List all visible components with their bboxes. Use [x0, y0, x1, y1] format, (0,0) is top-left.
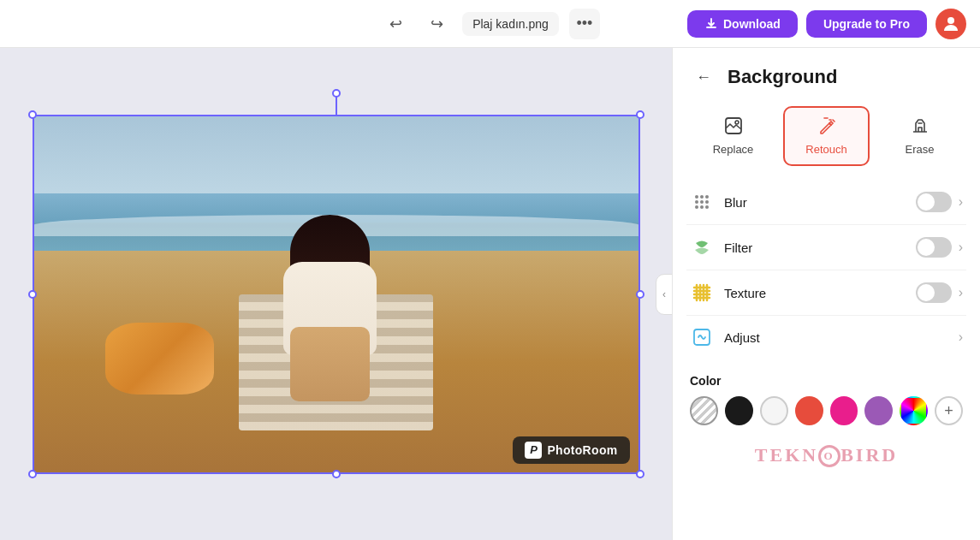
more-button[interactable]: ••• [569, 9, 600, 39]
main-content: P PhotoRoom ‹ ← Background [0, 48, 980, 540]
adjust-chevron: › [959, 329, 963, 345]
svg-point-6 [700, 195, 704, 199]
handle-br[interactable] [636, 470, 644, 478]
right-panel: ← Background Replace [672, 48, 980, 540]
panel-tabs: Replace Retouch [673, 99, 980, 176]
swatch-pink[interactable] [830, 396, 858, 425]
handle-top-center[interactable] [332, 89, 341, 98]
texture-chevron: › [959, 285, 963, 300]
adjust-label: Adjust [724, 330, 760, 345]
panel-back-button[interactable]: ← [690, 63, 717, 91]
texture-option-left: Texture [690, 283, 766, 302]
header: ↩ ↪ Plaj kadın.png ••• Download Upgrade … [0, 0, 980, 48]
color-section-label: Color [690, 374, 963, 388]
handle-tl[interactable] [28, 110, 37, 119]
erase-tab-label: Erase [906, 143, 935, 156]
svg-point-13 [705, 205, 709, 209]
redo-button[interactable]: ↪ [421, 9, 452, 39]
svg-point-9 [700, 200, 704, 204]
svg-point-7 [705, 195, 709, 199]
blur-chevron: › [959, 194, 963, 210]
texture-icon [690, 283, 714, 302]
svg-point-12 [700, 205, 704, 209]
filter-option-right: › [916, 237, 963, 258]
blur-option-right: › [916, 192, 963, 212]
texture-label: Texture [724, 286, 766, 300]
person-layer [263, 215, 396, 401]
add-color-button[interactable]: + [935, 396, 963, 425]
image-container[interactable]: P PhotoRoom [33, 115, 640, 474]
handle-mr[interactable] [636, 290, 644, 299]
svg-point-10 [705, 200, 709, 204]
filename-label: Plaj kadın.png [462, 12, 559, 36]
swatch-white[interactable] [760, 396, 788, 425]
avatar-icon [941, 14, 961, 34]
svg-point-5 [695, 195, 698, 199]
panel-title: Background [728, 66, 837, 88]
canvas-image: P PhotoRoom [33, 115, 640, 474]
photoroom-watermark: P PhotoRoom [513, 436, 629, 464]
swatch-black[interactable] [725, 396, 753, 425]
handle-ml[interactable] [28, 290, 37, 299]
bag-layer [105, 323, 215, 395]
download-icon [704, 17, 718, 31]
adjust-icon [690, 328, 714, 347]
texture-option-row[interactable]: Texture › [686, 270, 966, 316]
erase-tab-icon [911, 116, 930, 139]
download-button[interactable]: Download [687, 10, 798, 38]
svg-point-0 [947, 17, 954, 24]
photoroom-logo-icon: P [525, 442, 542, 459]
blur-option-left: Blur [690, 193, 747, 211]
adjust-option-right: › [959, 329, 963, 345]
texture-option-right: › [916, 282, 963, 303]
replace-tab-icon [724, 116, 743, 139]
blur-label: Blur [724, 195, 747, 210]
handle-bl[interactable] [28, 470, 37, 478]
canvas-area: P PhotoRoom ‹ [0, 48, 672, 540]
filter-option-row[interactable]: Filter › [686, 225, 966, 270]
blur-icon [690, 193, 714, 211]
color-swatches: + [690, 396, 963, 425]
handle-bc[interactable] [332, 470, 341, 478]
tab-retouch[interactable]: Retouch [783, 106, 870, 166]
swatch-purple[interactable] [864, 396, 893, 425]
header-actions: Download Upgrade to Pro [687, 9, 966, 39]
options-list: Blur › Filter [673, 176, 980, 362]
blur-toggle[interactable] [916, 192, 952, 212]
header-center: ↩ ↪ Plaj kadın.png ••• [380, 9, 600, 39]
retouch-tab-icon [817, 116, 836, 139]
upgrade-button[interactable]: Upgrade to Pro [806, 10, 927, 38]
brand-watermark: TEKNOBIRD [673, 437, 980, 482]
swatch-red[interactable] [795, 396, 823, 425]
adjust-option-row[interactable]: Adjust › [686, 316, 966, 359]
tab-replace[interactable]: Replace [690, 106, 776, 166]
svg-point-11 [695, 205, 698, 209]
handle-tr[interactable] [636, 110, 644, 119]
brand-o-circle: O [818, 445, 840, 467]
panel-collapse-button[interactable]: ‹ [656, 274, 672, 315]
adjust-option-left: Adjust [690, 328, 760, 347]
tab-erase[interactable]: Erase [876, 106, 963, 166]
svg-point-8 [695, 200, 698, 204]
filter-icon [690, 238, 714, 257]
filter-label: Filter [724, 240, 752, 255]
color-section: Color + [673, 362, 980, 437]
panel-header: ← Background [673, 48, 980, 99]
avatar [935, 9, 966, 39]
texture-toggle[interactable] [916, 282, 952, 303]
blur-option-row[interactable]: Blur › [686, 180, 966, 225]
brand-text: TEKNOBIRD [755, 444, 898, 468]
undo-button[interactable]: ↩ [380, 9, 411, 39]
filter-chevron: › [959, 240, 963, 255]
filter-option-left: Filter [690, 238, 752, 257]
retouch-tab-label: Retouch [805, 143, 846, 156]
replace-tab-label: Replace [713, 143, 754, 156]
filter-toggle[interactable] [916, 237, 952, 258]
swatch-transparent[interactable] [690, 396, 718, 425]
swatch-rainbow[interactable] [900, 396, 928, 425]
svg-point-2 [735, 121, 739, 124]
